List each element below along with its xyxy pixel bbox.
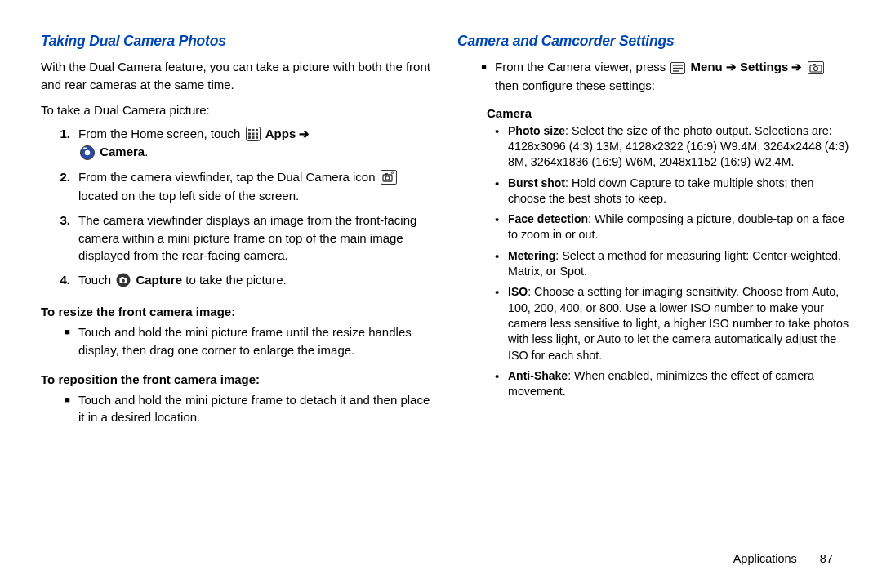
text: From the Home screen, touch [78, 127, 244, 140]
intro-para-2: To take a Dual Camera picture: [41, 101, 433, 118]
svg-rect-5 [252, 132, 254, 135]
step-1: 1. From the Home screen, touch Apps ➔ Ca… [41, 125, 433, 163]
label: Face detection [508, 212, 588, 225]
list-item: ■ Touch and hold the mini picture frame … [41, 391, 433, 427]
subhead-reposition: To reposition the front camera image: [41, 372, 433, 386]
desc: : Select a method for measuring light: C… [508, 249, 841, 278]
bold-camera: Camera [100, 145, 145, 158]
heading-settings: Camera and Camcorder Settings [457, 33, 849, 50]
svg-rect-1 [248, 129, 251, 131]
step-3: 3. The camera viewfinder displays an ima… [41, 212, 433, 265]
bullet-icon: ■ [41, 323, 78, 341]
text: Anti-Shake: When enabled, minimizes the … [508, 368, 849, 400]
list-item: ■ From the Camera viewer, press Menu ➔ S… [457, 58, 849, 95]
step-body: Touch Capture to take the picture. [78, 271, 433, 290]
text: Metering: Select a method for measuring … [508, 248, 849, 280]
text: ISO: Choose a setting for imaging sensit… [508, 284, 849, 363]
label: ISO [508, 285, 528, 298]
svg-rect-3 [256, 129, 258, 131]
svg-rect-12 [83, 147, 87, 149]
text: Burst shot: Hold down Capture to take mu… [508, 176, 849, 207]
label: Metering [508, 249, 555, 262]
text: From the camera viewfinder, tap the Dual… [78, 170, 379, 184]
apps-grid-icon [246, 126, 261, 144]
svg-rect-16 [385, 173, 388, 175]
camera-settings-list: • Photo size: Select the size of the pho… [495, 123, 849, 405]
bullet-icon: ■ [41, 391, 78, 408]
setting-metering: • Metering: Select a method for measurin… [495, 248, 849, 280]
page-footer: Applications 87 [733, 552, 833, 565]
list-item: ■ Touch and hold the mini picture frame … [41, 323, 433, 359]
setting-burst-shot: • Burst shot: Hold down Capture to take … [495, 176, 849, 207]
bold-capture: Capture [136, 273, 182, 287]
text: Touch [78, 273, 114, 287]
text: From the Camera viewer, press [495, 60, 669, 74]
heading-dual-camera: Taking Dual Camera Photos [41, 33, 433, 50]
text: Face detection: While composing a pictur… [508, 212, 849, 243]
bullet-icon: ■ [457, 58, 495, 75]
footer-section: Applications [733, 552, 797, 565]
step-4: 4. Touch Capture to take the picture. [41, 271, 433, 290]
step-number: 2. [41, 168, 78, 186]
resize-list: ■ Touch and hold the mini picture frame … [41, 323, 433, 364]
text: Touch and hold the mini picture frame un… [78, 323, 433, 359]
footer-page-number: 87 [820, 552, 833, 565]
dual-camera-steps: 1. From the Home screen, touch Apps ➔ Ca… [41, 125, 433, 297]
setting-photo-size: • Photo size: Select the size of the pho… [495, 123, 849, 171]
intro-para-1: With the Dual Camera feature, you can ta… [41, 58, 433, 94]
svg-point-11 [85, 149, 90, 154]
svg-rect-9 [256, 136, 258, 139]
svg-rect-19 [122, 277, 124, 278]
text: Photo size: Select the size of the photo… [508, 123, 849, 171]
arrow: ➔ [296, 127, 310, 140]
step-number: 3. [41, 212, 78, 229]
settings-lead-list: ■ From the Camera viewer, press Menu ➔ S… [457, 58, 849, 100]
bullet-icon: • [495, 284, 508, 301]
subhead-resize: To resize the front camera image: [41, 305, 433, 318]
capture-button-icon [116, 272, 131, 290]
svg-rect-4 [248, 132, 251, 135]
label: Burst shot [508, 176, 565, 189]
step-number: 4. [41, 271, 78, 289]
step-body: The camera viewfinder displays an image … [78, 212, 433, 265]
svg-point-20 [122, 279, 125, 283]
bullet-icon: • [495, 212, 508, 228]
text: Touch and hold the mini picture frame to… [78, 391, 433, 427]
arrow: ➔ [723, 60, 740, 74]
text: then configure these settings: [495, 78, 655, 92]
svg-rect-6 [256, 132, 258, 135]
dual-camera-icon [381, 169, 397, 187]
text: to take the picture. [182, 273, 287, 287]
bullet-icon: • [495, 248, 508, 265]
camera-app-icon [80, 145, 95, 163]
bold-menu: Menu [691, 60, 723, 74]
setting-anti-shake: • Anti-Shake: When enabled, minimizes th… [495, 368, 849, 400]
label: Photo size [508, 124, 565, 137]
svg-rect-8 [252, 136, 254, 139]
step-2: 2. From the camera viewfinder, tap the D… [41, 168, 433, 205]
desc: : Choose a setting for imaging sensitivi… [508, 285, 849, 361]
text: located on the top left side of the scre… [78, 189, 299, 203]
text: From the Camera viewer, press Menu ➔ Set… [495, 58, 849, 95]
menu-icon [670, 59, 685, 77]
left-column: Taking Dual Camera Photos With the Dual … [41, 33, 433, 564]
bold-apps: Apps [265, 127, 296, 140]
svg-rect-28 [813, 64, 816, 65]
setting-face-detection: • Face detection: While composing a pict… [495, 212, 849, 243]
category-camera: Camera [487, 106, 849, 120]
svg-rect-7 [248, 136, 251, 139]
step-number: 1. [41, 125, 78, 143]
bullet-icon: • [495, 176, 508, 192]
bullet-icon: • [495, 368, 508, 385]
reposition-list: ■ Touch and hold the mini picture frame … [41, 391, 433, 432]
label: Anti-Shake [508, 369, 568, 382]
text: . [145, 145, 148, 158]
setting-iso: • ISO: Choose a setting for imaging sens… [495, 284, 849, 363]
camera-outline-icon [808, 59, 824, 77]
bold-settings: Settings [740, 60, 788, 74]
svg-rect-2 [252, 129, 254, 131]
right-column: Camera and Camcorder Settings ■ From the… [457, 33, 849, 564]
bullet-icon: • [495, 123, 508, 140]
step-body: From the camera viewfinder, tap the Dual… [78, 168, 433, 205]
arrow: ➔ [788, 60, 805, 74]
